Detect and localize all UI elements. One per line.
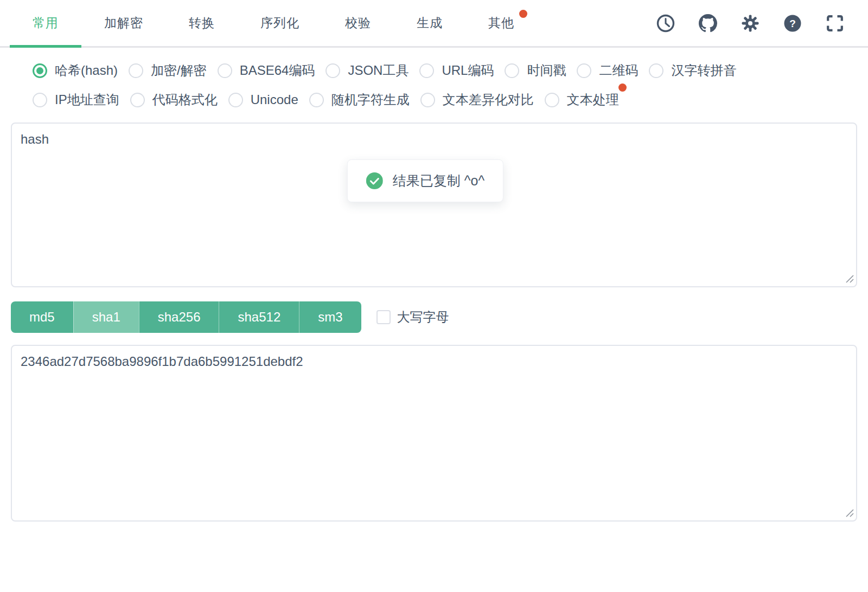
sha512-button[interactable]: sha512 xyxy=(219,301,299,333)
checkbox-box-icon xyxy=(376,310,391,324)
radio-label: 文本处理 xyxy=(567,91,619,108)
tab-label: 序列化 xyxy=(260,15,299,31)
radio-base64[interactable]: BASE64编码 xyxy=(218,62,315,79)
tab-label: 生成 xyxy=(417,15,443,31)
history-clock-icon[interactable] xyxy=(656,14,675,33)
radio-json-tool[interactable]: JSON工具 xyxy=(326,62,409,79)
resize-handle[interactable] xyxy=(845,508,854,518)
radio-pinyin[interactable]: 汉字转拼音 xyxy=(649,62,736,79)
sha256-button[interactable]: sha256 xyxy=(139,301,219,333)
github-icon[interactable] xyxy=(699,14,717,33)
md5-button[interactable]: md5 xyxy=(11,301,73,333)
fullscreen-icon[interactable] xyxy=(826,14,844,33)
settings-gear-icon[interactable] xyxy=(741,14,760,33)
radio-unicode[interactable]: Unicode xyxy=(228,92,298,107)
radio-icon xyxy=(33,93,47,107)
radio-icon xyxy=(505,63,519,78)
radio-icon xyxy=(545,93,559,107)
radio-url-encode[interactable]: URL编码 xyxy=(419,62,494,79)
hash-output-container: 2346ad27d7568ba9896f1b7da6b5991251debdf2 xyxy=(11,345,857,522)
notification-dot xyxy=(618,83,627,92)
radio-label: 二维码 xyxy=(599,62,638,79)
radio-label: 代码格式化 xyxy=(152,91,218,108)
tab-label: 加解密 xyxy=(104,15,143,31)
radio-label: URL编码 xyxy=(442,62,494,79)
tab-generate[interactable]: 生成 xyxy=(394,0,465,46)
radio-icon xyxy=(309,93,324,107)
radio-label: 随机字符生成 xyxy=(331,91,410,108)
tab-label: 常用 xyxy=(33,15,59,31)
radio-hash[interactable]: 哈希(hash) xyxy=(33,62,118,79)
radio-text-process[interactable]: 文本处理 xyxy=(545,91,619,108)
tab-serialize[interactable]: 序列化 xyxy=(238,0,322,46)
tool-selector: 哈希(hash) 加密/解密 BASE64编码 JSON工具 URL编码 时间戳… xyxy=(0,48,868,108)
header-icon-group: ? xyxy=(656,0,844,46)
notification-dot xyxy=(519,10,527,18)
radio-text-diff[interactable]: 文本差异化对比 xyxy=(420,91,534,108)
algorithm-toolbar: md5 sha1 sha256 sha512 sm3 大写字母 xyxy=(11,301,857,333)
tab-other[interactable]: 其他 xyxy=(465,0,537,46)
uppercase-checkbox[interactable]: 大写字母 xyxy=(376,308,449,326)
svg-text:?: ? xyxy=(789,17,796,29)
tab-convert[interactable]: 转换 xyxy=(166,0,238,46)
radio-icon xyxy=(420,93,435,107)
toast-message: 结果已复制 ^o^ xyxy=(393,172,484,190)
tab-label: 其他 xyxy=(488,15,514,31)
nav-tabs: 常用 加解密 转换 序列化 校验 生成 其他 xyxy=(10,0,537,46)
radio-icon xyxy=(419,63,434,78)
tool-row-1: 哈希(hash) 加密/解密 BASE64编码 JSON工具 URL编码 时间戳… xyxy=(33,62,835,79)
radio-timestamp[interactable]: 时间戳 xyxy=(505,62,566,79)
sha1-button[interactable]: sha1 xyxy=(73,301,139,333)
radio-label: BASE64编码 xyxy=(240,62,315,79)
resize-handle[interactable] xyxy=(845,274,854,284)
algorithm-button-group: md5 sha1 sha256 sha512 sm3 xyxy=(11,301,361,333)
radio-label: 文本差异化对比 xyxy=(443,91,534,108)
copy-success-toast: 结果已复制 ^o^ xyxy=(347,159,503,202)
radio-icon xyxy=(649,63,663,78)
radio-label: 加密/解密 xyxy=(151,62,207,79)
radio-random-string[interactable]: 随机字符生成 xyxy=(309,91,410,108)
radio-icon xyxy=(129,63,143,78)
success-check-icon xyxy=(366,172,383,189)
tool-row-2: IP地址查询 代码格式化 Unicode 随机字符生成 文本差异化对比 文本处理 xyxy=(33,91,835,108)
radio-icon xyxy=(326,63,340,78)
radio-label: JSON工具 xyxy=(348,62,409,79)
radio-icon xyxy=(228,93,243,107)
tab-encrypt-decrypt[interactable]: 加解密 xyxy=(81,0,166,46)
radio-ip-lookup[interactable]: IP地址查询 xyxy=(33,91,119,108)
top-navigation-bar: 常用 加解密 转换 序列化 校验 生成 其他 xyxy=(0,0,868,48)
radio-label: 哈希(hash) xyxy=(55,62,118,79)
radio-label: IP地址查询 xyxy=(55,91,119,108)
radio-icon xyxy=(33,63,47,78)
tab-validate[interactable]: 校验 xyxy=(322,0,394,46)
radio-code-format[interactable]: 代码格式化 xyxy=(130,91,218,108)
tab-label: 校验 xyxy=(345,15,371,31)
radio-icon xyxy=(218,63,232,78)
radio-label: 汉字转拼音 xyxy=(671,62,736,79)
radio-icon xyxy=(577,63,591,78)
radio-qrcode[interactable]: 二维码 xyxy=(577,62,638,79)
radio-icon xyxy=(130,93,145,107)
uppercase-checkbox-label: 大写字母 xyxy=(397,308,449,326)
radio-encrypt-decrypt[interactable]: 加密/解密 xyxy=(129,62,207,79)
sm3-button[interactable]: sm3 xyxy=(299,301,361,333)
tab-label: 转换 xyxy=(189,15,215,31)
radio-label: Unicode xyxy=(251,92,298,107)
help-question-icon[interactable]: ? xyxy=(783,14,802,33)
hash-output-textarea[interactable]: 2346ad27d7568ba9896f1b7da6b5991251debdf2 xyxy=(11,345,857,522)
hash-input-container: hash xyxy=(11,123,857,287)
radio-label: 时间戳 xyxy=(527,62,566,79)
hash-input-textarea[interactable]: hash xyxy=(11,123,857,287)
tab-common[interactable]: 常用 xyxy=(10,0,81,46)
